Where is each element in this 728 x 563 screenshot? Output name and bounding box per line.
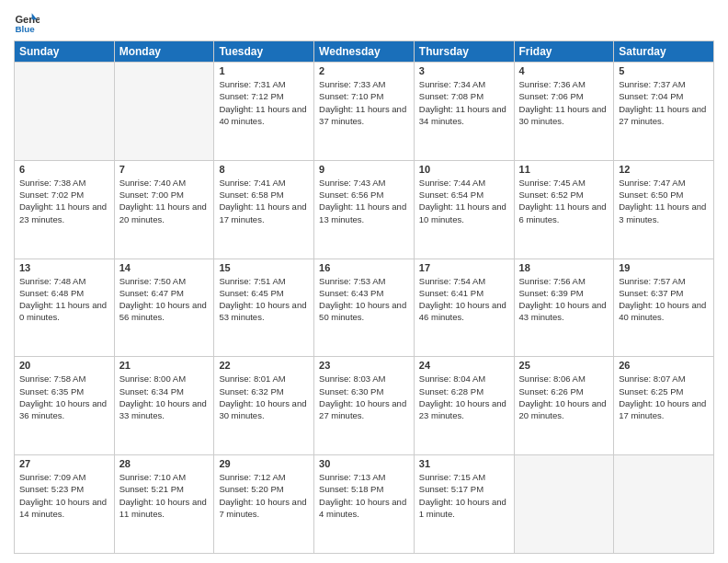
weekday-header-friday: Friday <box>514 41 614 63</box>
day-number: 10 <box>419 164 509 175</box>
calendar-cell: 19Sunrise: 7:57 AM Sunset: 6:37 PM Dayli… <box>614 259 714 357</box>
day-info: Sunrise: 7:47 AM Sunset: 6:50 PM Dayligh… <box>619 177 709 225</box>
day-info: Sunrise: 7:38 AM Sunset: 7:02 PM Dayligh… <box>19 177 109 225</box>
day-info: Sunrise: 7:44 AM Sunset: 6:54 PM Dayligh… <box>419 177 509 225</box>
calendar-cell <box>614 455 714 554</box>
day-number: 3 <box>419 65 509 76</box>
day-info: Sunrise: 7:15 AM Sunset: 5:17 PM Dayligh… <box>419 471 509 520</box>
day-number: 31 <box>419 458 509 469</box>
day-number: 11 <box>519 164 609 175</box>
day-number: 21 <box>119 360 210 371</box>
day-info: Sunrise: 7:40 AM Sunset: 7:00 PM Dayligh… <box>119 177 210 225</box>
day-info: Sunrise: 7:58 AM Sunset: 6:35 PM Dayligh… <box>19 373 109 421</box>
calendar-cell: 28Sunrise: 7:10 AM Sunset: 5:21 PM Dayli… <box>114 455 214 554</box>
calendar-cell: 7Sunrise: 7:40 AM Sunset: 7:00 PM Daylig… <box>114 160 214 259</box>
day-number: 15 <box>219 262 309 273</box>
day-number: 16 <box>319 262 409 273</box>
day-info: Sunrise: 7:33 AM Sunset: 7:10 PM Dayligh… <box>319 78 409 127</box>
calendar-cell: 30Sunrise: 7:13 AM Sunset: 5:18 PM Dayli… <box>314 455 415 554</box>
svg-text:Blue: Blue <box>15 24 35 34</box>
weekday-header-tuesday: Tuesday <box>214 41 314 63</box>
weekday-header-row: SundayMondayTuesdayWednesdayThursdayFrid… <box>15 41 714 63</box>
day-info: Sunrise: 8:04 AM Sunset: 6:28 PM Dayligh… <box>419 373 509 421</box>
day-number: 12 <box>619 164 709 175</box>
calendar-cell: 21Sunrise: 8:00 AM Sunset: 6:34 PM Dayli… <box>114 357 214 455</box>
day-number: 17 <box>419 262 509 273</box>
day-number: 26 <box>619 360 709 371</box>
weekday-header-sunday: Sunday <box>15 41 115 63</box>
day-number: 14 <box>119 262 210 273</box>
calendar-cell: 31Sunrise: 7:15 AM Sunset: 5:17 PM Dayli… <box>414 455 514 554</box>
day-number: 2 <box>319 65 409 76</box>
calendar-cell: 18Sunrise: 7:56 AM Sunset: 6:39 PM Dayli… <box>514 259 614 357</box>
weekday-header-saturday: Saturday <box>614 41 714 63</box>
calendar-cell <box>15 63 115 161</box>
day-info: Sunrise: 7:57 AM Sunset: 6:37 PM Dayligh… <box>619 275 709 324</box>
calendar-cell <box>114 63 214 161</box>
day-number: 24 <box>419 360 509 371</box>
day-info: Sunrise: 7:37 AM Sunset: 7:04 PM Dayligh… <box>619 78 709 127</box>
day-number: 23 <box>319 360 409 371</box>
calendar-cell: 4Sunrise: 7:36 AM Sunset: 7:06 PM Daylig… <box>514 63 614 161</box>
day-number: 5 <box>619 65 709 76</box>
calendar-cell: 23Sunrise: 8:03 AM Sunset: 6:30 PM Dayli… <box>314 357 415 455</box>
calendar-table: SundayMondayTuesdayWednesdayThursdayFrid… <box>14 40 714 554</box>
week-row-3: 13Sunrise: 7:48 AM Sunset: 6:48 PM Dayli… <box>15 259 714 357</box>
day-number: 8 <box>219 164 309 175</box>
day-info: Sunrise: 7:51 AM Sunset: 6:45 PM Dayligh… <box>219 275 309 324</box>
day-info: Sunrise: 7:48 AM Sunset: 6:48 PM Dayligh… <box>19 275 109 324</box>
calendar-cell: 11Sunrise: 7:45 AM Sunset: 6:52 PM Dayli… <box>514 160 614 259</box>
day-info: Sunrise: 7:43 AM Sunset: 6:56 PM Dayligh… <box>319 177 409 225</box>
day-info: Sunrise: 7:12 AM Sunset: 5:20 PM Dayligh… <box>219 471 309 520</box>
week-row-2: 6Sunrise: 7:38 AM Sunset: 7:02 PM Daylig… <box>15 160 714 259</box>
day-info: Sunrise: 8:03 AM Sunset: 6:30 PM Dayligh… <box>319 373 409 421</box>
week-row-1: 1Sunrise: 7:31 AM Sunset: 7:12 PM Daylig… <box>15 63 714 161</box>
calendar-cell: 27Sunrise: 7:09 AM Sunset: 5:23 PM Dayli… <box>15 455 115 554</box>
calendar-cell: 15Sunrise: 7:51 AM Sunset: 6:45 PM Dayli… <box>214 259 314 357</box>
calendar-cell: 6Sunrise: 7:38 AM Sunset: 7:02 PM Daylig… <box>15 160 115 259</box>
day-info: Sunrise: 8:00 AM Sunset: 6:34 PM Dayligh… <box>119 373 210 421</box>
day-number: 9 <box>319 164 409 175</box>
calendar-cell: 22Sunrise: 8:01 AM Sunset: 6:32 PM Dayli… <box>214 357 314 455</box>
day-info: Sunrise: 7:34 AM Sunset: 7:08 PM Dayligh… <box>419 78 509 127</box>
day-info: Sunrise: 7:13 AM Sunset: 5:18 PM Dayligh… <box>319 471 409 520</box>
day-info: Sunrise: 8:06 AM Sunset: 6:26 PM Dayligh… <box>519 373 609 421</box>
calendar-cell: 17Sunrise: 7:54 AM Sunset: 6:41 PM Dayli… <box>414 259 514 357</box>
calendar-cell: 10Sunrise: 7:44 AM Sunset: 6:54 PM Dayli… <box>414 160 514 259</box>
header: General Blue <box>14 9 714 35</box>
day-info: Sunrise: 7:45 AM Sunset: 6:52 PM Dayligh… <box>519 177 609 225</box>
day-info: Sunrise: 7:09 AM Sunset: 5:23 PM Dayligh… <box>19 471 109 520</box>
day-info: Sunrise: 8:01 AM Sunset: 6:32 PM Dayligh… <box>219 373 309 421</box>
weekday-header-thursday: Thursday <box>414 41 514 63</box>
day-number: 25 <box>519 360 609 371</box>
day-number: 7 <box>119 164 210 175</box>
weekday-header-monday: Monday <box>114 41 214 63</box>
calendar-cell: 1Sunrise: 7:31 AM Sunset: 7:12 PM Daylig… <box>214 63 314 161</box>
day-number: 27 <box>19 458 109 469</box>
day-number: 18 <box>519 262 609 273</box>
weekday-header-wednesday: Wednesday <box>314 41 415 63</box>
day-info: Sunrise: 7:54 AM Sunset: 6:41 PM Dayligh… <box>419 275 509 324</box>
calendar-cell: 13Sunrise: 7:48 AM Sunset: 6:48 PM Dayli… <box>15 259 115 357</box>
day-number: 22 <box>219 360 309 371</box>
page: General Blue SundayMondayTuesdayWednesda… <box>0 0 728 563</box>
day-number: 4 <box>519 65 609 76</box>
day-info: Sunrise: 7:41 AM Sunset: 6:58 PM Dayligh… <box>219 177 309 225</box>
calendar-cell: 24Sunrise: 8:04 AM Sunset: 6:28 PM Dayli… <box>414 357 514 455</box>
calendar-cell: 9Sunrise: 7:43 AM Sunset: 6:56 PM Daylig… <box>314 160 415 259</box>
calendar-cell: 14Sunrise: 7:50 AM Sunset: 6:47 PM Dayli… <box>114 259 214 357</box>
logo-icon: General Blue <box>14 9 40 35</box>
calendar-cell: 5Sunrise: 7:37 AM Sunset: 7:04 PM Daylig… <box>614 63 714 161</box>
calendar-cell: 12Sunrise: 7:47 AM Sunset: 6:50 PM Dayli… <box>614 160 714 259</box>
day-info: Sunrise: 7:10 AM Sunset: 5:21 PM Dayligh… <box>119 471 210 520</box>
day-number: 13 <box>19 262 109 273</box>
day-number: 6 <box>19 164 109 175</box>
calendar-cell: 16Sunrise: 7:53 AM Sunset: 6:43 PM Dayli… <box>314 259 415 357</box>
day-number: 19 <box>619 262 709 273</box>
day-info: Sunrise: 7:36 AM Sunset: 7:06 PM Dayligh… <box>519 78 609 127</box>
calendar-cell: 29Sunrise: 7:12 AM Sunset: 5:20 PM Dayli… <box>214 455 314 554</box>
day-number: 29 <box>219 458 309 469</box>
day-number: 30 <box>319 458 409 469</box>
day-number: 28 <box>119 458 210 469</box>
day-info: Sunrise: 7:53 AM Sunset: 6:43 PM Dayligh… <box>319 275 409 324</box>
